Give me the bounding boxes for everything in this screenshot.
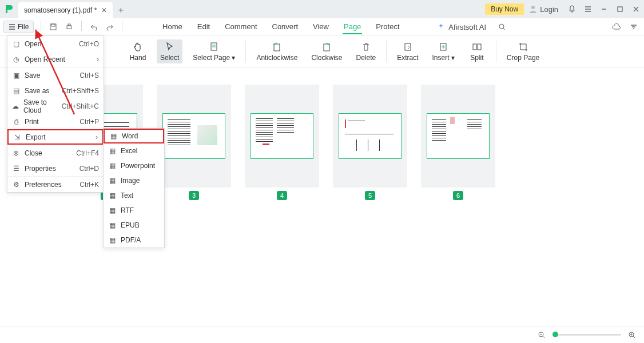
image-icon: ▦ xyxy=(108,177,116,185)
export-pdfa-label: PDF/A xyxy=(121,236,141,244)
tool-extract[interactable]: Extract xyxy=(393,39,422,63)
export-image-label: Image xyxy=(121,177,140,185)
menu-open-recent[interactable]: ◷ Open Recent › xyxy=(7,51,104,67)
svg-rect-3 xyxy=(51,24,55,26)
split-icon xyxy=(471,41,483,53)
menu-page[interactable]: Page xyxy=(343,20,362,34)
login-button[interactable]: Login xyxy=(528,5,558,14)
menu-edit[interactable]: Edit xyxy=(196,20,211,34)
close-tab-icon[interactable]: ✕ xyxy=(101,6,107,14)
main-menu: Home Edit Comment Convert View Page Prot… xyxy=(125,20,437,34)
file-dropdown: ▢ Open Ctrl+O ◷ Open Recent › ▣ Save Ctr… xyxy=(7,35,104,193)
menu-save-cloud[interactable]: ☁ Save to Cloud Ctrl+Shift+C xyxy=(7,98,104,114)
tool-clockwise[interactable]: Clockwise xyxy=(308,39,345,63)
svg-rect-4 xyxy=(67,26,71,29)
svg-rect-1 xyxy=(618,7,622,11)
ppt-icon: ▦ xyxy=(108,162,116,170)
tool-hand-label: Hand xyxy=(130,54,146,62)
file-menu-button[interactable]: File xyxy=(3,21,34,33)
folder-icon: ▢ xyxy=(12,40,20,48)
rtf-icon: ▦ xyxy=(108,206,116,214)
menu-save-as[interactable]: ▤ Save as Ctrl+Shift+S xyxy=(7,83,104,98)
save-icon[interactable] xyxy=(47,21,59,33)
menu-home[interactable]: Home xyxy=(161,20,184,34)
export-excel[interactable]: ▦ Excel xyxy=(104,143,164,158)
document-tab[interactable]: somatosensory (1).pdf * ✕ xyxy=(18,2,113,18)
export-pdfa[interactable]: ▦ PDF/A xyxy=(104,233,164,248)
export-excel-label: Excel xyxy=(121,147,137,155)
print-icon[interactable] xyxy=(63,21,75,33)
zoom-out-icon[interactable] xyxy=(536,330,547,340)
menu-view[interactable]: View xyxy=(312,20,330,34)
collapse-icon[interactable] xyxy=(627,20,641,34)
buy-now-button[interactable]: Buy Now xyxy=(485,3,524,15)
page-thumb[interactable]: 5 xyxy=(333,85,407,200)
cloud-icon[interactable] xyxy=(610,20,623,34)
svg-point-0 xyxy=(531,6,535,9)
minimize-icon[interactable] xyxy=(596,1,612,17)
tool-select-page[interactable]: Select Page ▾ xyxy=(189,39,238,63)
ai-label: Afirstsoft AI xyxy=(448,23,486,31)
tool-crop[interactable]: Crop Page xyxy=(503,39,543,63)
print-icon: ⎙ xyxy=(12,118,20,126)
slider-knob[interactable] xyxy=(552,332,558,337)
export-powerpoint[interactable]: ▦ Powerpoint xyxy=(104,158,164,173)
bell-icon[interactable] xyxy=(564,1,580,17)
menu-protect[interactable]: Protect xyxy=(375,20,400,34)
page-thumb[interactable]: 3 xyxy=(157,85,231,200)
menu-comment[interactable]: Comment xyxy=(224,20,258,34)
menu-close[interactable]: ⊗ Close Ctrl+F4 xyxy=(7,145,104,161)
maximize-icon[interactable] xyxy=(612,1,628,17)
redo-icon[interactable] xyxy=(104,21,116,33)
menu-saveas-label: Save as xyxy=(25,87,49,95)
page-thumb[interactable]: 4 xyxy=(245,85,319,200)
quick-access xyxy=(38,21,125,33)
gear-icon: ⚙ xyxy=(12,181,20,189)
export-rtf[interactable]: ▦ RTF xyxy=(104,203,164,218)
svg-point-6 xyxy=(499,24,504,29)
menu-save-shortcut: Ctrl+S xyxy=(79,71,99,79)
menu-preferences[interactable]: ⚙ Preferences Ctrl+K xyxy=(7,177,104,192)
tool-hand[interactable]: Hand xyxy=(126,39,150,63)
menu-save[interactable]: ▣ Save Ctrl+S xyxy=(7,67,104,83)
hamburger-icon[interactable] xyxy=(580,1,596,17)
menu-print-shortcut: Ctrl+P xyxy=(79,118,99,126)
tab-title: somatosensory (1).pdf * xyxy=(24,6,97,14)
close-window-icon[interactable] xyxy=(628,1,644,17)
tool-select[interactable]: Select xyxy=(157,39,182,63)
menu-print[interactable]: ⎙ Print Ctrl+P xyxy=(7,114,104,129)
export-word[interactable]: ▦ Word xyxy=(104,129,164,143)
export-rtf-label: RTF xyxy=(121,206,134,214)
export-image[interactable]: ▦ Image xyxy=(104,173,164,188)
tool-extract-label: Extract xyxy=(397,54,418,62)
menu-cloud-label: Save to Cloud xyxy=(23,98,57,114)
menu-open-shortcut: Ctrl+O xyxy=(79,40,99,48)
export-epub[interactable]: ▦ EPUB xyxy=(104,218,164,233)
menu-export[interactable]: ⇲ Export › xyxy=(7,129,104,145)
export-epub-label: EPUB xyxy=(121,221,140,229)
properties-icon: ☰ xyxy=(12,165,20,173)
zoom-in-icon[interactable] xyxy=(627,330,637,340)
menu-open[interactable]: ▢ Open Ctrl+O xyxy=(7,36,104,51)
page-thumb[interactable]: 6 xyxy=(421,85,495,200)
login-label: Login xyxy=(540,5,558,14)
undo-icon[interactable] xyxy=(88,21,100,33)
chevron-right-icon: › xyxy=(96,133,98,141)
ai-button[interactable]: Afirstsoft AI xyxy=(437,23,486,31)
zoom-slider[interactable] xyxy=(552,334,621,336)
tool-acw-label: Anticlockwise xyxy=(256,54,297,62)
menu-convert[interactable]: Convert xyxy=(271,20,300,34)
clock-icon: ◷ xyxy=(12,55,20,63)
tool-split[interactable]: Split xyxy=(465,39,489,63)
svg-rect-13 xyxy=(478,44,481,50)
export-text[interactable]: ▦ Text xyxy=(104,188,164,203)
status-bar xyxy=(0,326,644,343)
tool-anticlockwise[interactable]: Anticlockwise xyxy=(253,39,301,63)
tool-insert[interactable]: Insert ▾ xyxy=(429,39,458,63)
menu-properties[interactable]: ☰ Properties Ctrl+D xyxy=(7,161,104,176)
export-submenu: ▦ Word ▦ Excel ▦ Powerpoint ▦ Image ▦ Te… xyxy=(103,128,165,248)
tool-delete[interactable]: Delete xyxy=(352,39,379,63)
search-icon[interactable] xyxy=(495,20,509,34)
new-tab-button[interactable]: + xyxy=(113,2,129,18)
menu-prefs-label: Preferences xyxy=(25,181,62,189)
